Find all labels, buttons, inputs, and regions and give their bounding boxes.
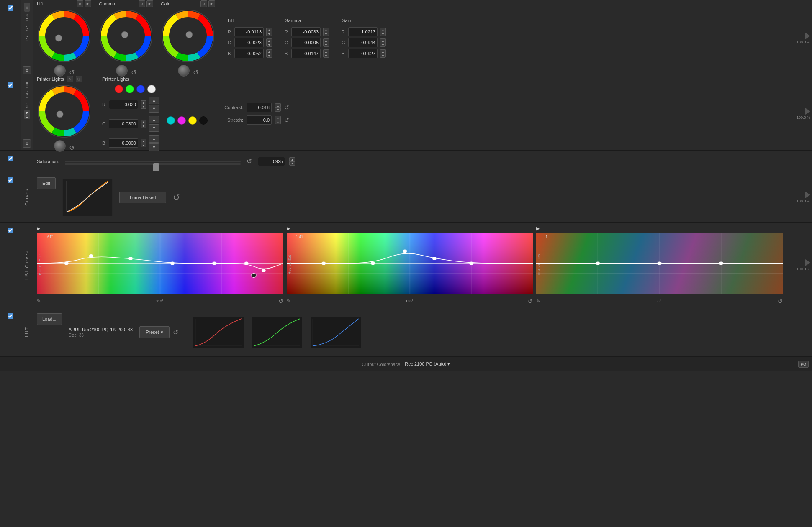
cdl-enable-checkbox[interactable]	[0, 0, 21, 77]
output-value[interactable]: Rec.2100 PQ (Auto) ▾	[405, 361, 450, 367]
gamma-g-input[interactable]	[291, 38, 321, 47]
hsl-hue-sat-canvas[interactable]	[287, 233, 533, 294]
cdl2-r-down[interactable]: ▼	[141, 105, 146, 109]
lift-b-input[interactable]	[234, 49, 264, 58]
cdl2-b-input[interactable]	[109, 138, 138, 148]
lift-b-up[interactable]: ▲	[266, 49, 272, 54]
cdl2-g-input[interactable]	[109, 119, 138, 128]
sat-checkbox-input[interactable]	[8, 156, 13, 161]
hsl-hue-lum-reset-btn[interactable]: ↺	[778, 298, 783, 304]
gamma-r-input[interactable]	[291, 27, 321, 36]
sat-slider-input[interactable]	[65, 163, 241, 165]
cdl2-g-arrow-down[interactable]: ▼	[149, 124, 159, 132]
contrast-up[interactable]: ▲	[275, 103, 281, 107]
cdl2-cyan-dot[interactable]	[167, 116, 175, 125]
lift-b-down[interactable]: ▼	[266, 54, 272, 58]
cdl2-g-arrow-up[interactable]: ▲	[149, 116, 159, 123]
gain-b-down[interactable]: ▼	[380, 54, 386, 58]
curves-edit-button[interactable]: Edit	[37, 177, 56, 189]
lift-reset-btn[interactable]: ○	[77, 0, 83, 7]
hsl-hue-hue-reset-btn[interactable]: ↺	[278, 298, 283, 304]
cdl2-r-arrow-down[interactable]: ▼	[149, 105, 159, 113]
stretch-reset-icon[interactable]: ↺	[284, 117, 289, 123]
hsl-hue-hue-play[interactable]: ▶	[37, 226, 40, 231]
cdl2-yellow-dot[interactable]	[188, 116, 197, 125]
lift-link-btn[interactable]: ⊞	[85, 0, 91, 7]
cdl-tab-spl[interactable]: SPL	[24, 23, 30, 32]
gain-b-up[interactable]: ▲	[380, 49, 386, 54]
gain-g-down[interactable]: ▼	[380, 43, 386, 47]
lut-preset-button[interactable]: Preset ▾	[139, 326, 170, 338]
cdl-tab-prt[interactable]: PRT	[24, 33, 30, 42]
contrast-input[interactable]	[247, 103, 272, 112]
lift-wheel-dot[interactable]	[55, 35, 62, 41]
cdl-tab-cdl[interactable]: CDL	[24, 3, 30, 12]
cdl2-black-dot[interactable]	[199, 116, 208, 125]
hsl-hue-sat-tool-btn[interactable]: ✎	[287, 298, 291, 304]
cdl2-checkbox-input[interactable]	[8, 82, 13, 88]
lift-wheel[interactable]	[37, 9, 91, 63]
contrast-down[interactable]: ▼	[275, 107, 281, 112]
hsl-hue-hue-tool-btn[interactable]: ✎	[37, 298, 41, 304]
cdl-checkbox-input[interactable]	[8, 5, 13, 11]
gain-g-up[interactable]: ▲	[380, 38, 386, 43]
cdl-settings-button[interactable]: ⚙	[23, 66, 31, 74]
lift-g-up[interactable]: ▲	[266, 38, 272, 43]
cdl2-tab-cdl[interactable]: CDL	[24, 80, 30, 89]
cdl2-red-dot[interactable]	[115, 85, 123, 93]
gain-r-down[interactable]: ▼	[380, 32, 386, 36]
lut-reset-icon[interactable]: ↺	[173, 328, 178, 336]
lut-checkbox-input[interactable]	[8, 313, 13, 319]
lift-r-input[interactable]	[234, 27, 264, 36]
cdl2-settings-button[interactable]: ⚙	[23, 139, 31, 148]
cdl2-b-arrow-up[interactable]: ▲	[149, 135, 159, 143]
gamma-r-up[interactable]: ▲	[323, 28, 329, 32]
lift-r-up[interactable]: ▲	[266, 28, 272, 32]
hsl-hue-lum-tool-btn[interactable]: ✎	[536, 298, 540, 304]
lift-knob[interactable]	[54, 65, 66, 77]
curves-luma-button[interactable]: Luma-Based	[119, 192, 166, 203]
lut-load-button[interactable]: Load...	[37, 313, 62, 325]
cdl2-white-dot[interactable]	[147, 85, 156, 93]
gain-knob[interactable]	[178, 65, 190, 77]
gamma-r-down[interactable]: ▼	[323, 32, 329, 36]
sat-up[interactable]: ▲	[289, 157, 295, 161]
curves-reset-icon[interactable]: ↺	[173, 192, 180, 202]
cdl2-g-up[interactable]: ▲	[141, 120, 146, 124]
cdl2-r-arrow-up[interactable]: ▲	[149, 97, 159, 104]
gamma-link-btn[interactable]: ⊞	[146, 0, 153, 7]
cdl2-r-up[interactable]: ▲	[141, 100, 146, 105]
cdl2-b-arrow-down[interactable]: ▼	[149, 143, 159, 151]
hsl-hue-hue-canvas[interactable]	[37, 233, 283, 294]
curves-enable-checkbox[interactable]	[0, 172, 21, 222]
stretch-up[interactable]: ▲	[275, 116, 281, 120]
gain-link-btn[interactable]: ⊞	[208, 0, 215, 7]
cdl2-wheel-dot[interactable]	[57, 111, 63, 118]
cdl2-wheel[interactable]	[37, 84, 91, 138]
cdl2-wheel-reset-btn[interactable]: ○	[67, 76, 73, 82]
gamma-wheel[interactable]	[99, 9, 153, 63]
gain-r-input[interactable]	[348, 27, 378, 36]
cdl2-green-dot[interactable]	[126, 85, 134, 93]
cdl2-enable-checkbox[interactable]	[0, 77, 21, 150]
gain-r-up[interactable]: ▲	[380, 28, 386, 32]
gamma-g-up[interactable]: ▲	[323, 38, 329, 43]
hsl-enable-checkbox[interactable]	[0, 223, 21, 308]
gain-b-input[interactable]	[348, 49, 378, 58]
cdl2-tab-spl[interactable]: SPL	[24, 100, 30, 109]
gain-g-input[interactable]	[348, 38, 378, 47]
cdl2-tab-prt[interactable]: PRT	[24, 110, 30, 119]
hsl-checkbox-input[interactable]	[8, 228, 13, 233]
gamma-reset-icon[interactable]: ↺	[131, 69, 136, 77]
cdl2-magenta-dot[interactable]	[177, 116, 186, 125]
gamma-wheel-dot[interactable]	[121, 31, 128, 38]
gamma-b-down[interactable]: ▼	[323, 54, 329, 58]
stretch-down[interactable]: ▼	[275, 120, 281, 124]
lut-enable-checkbox[interactable]	[0, 308, 21, 356]
lift-g-input[interactable]	[234, 38, 264, 47]
contrast-reset-icon[interactable]: ↺	[284, 104, 289, 111]
hsl-hue-lum-play[interactable]: ▶	[536, 226, 540, 231]
gain-wheel[interactable]	[161, 9, 215, 63]
cdl2-b-up[interactable]: ▲	[141, 139, 146, 143]
gamma-b-input[interactable]	[291, 49, 321, 58]
